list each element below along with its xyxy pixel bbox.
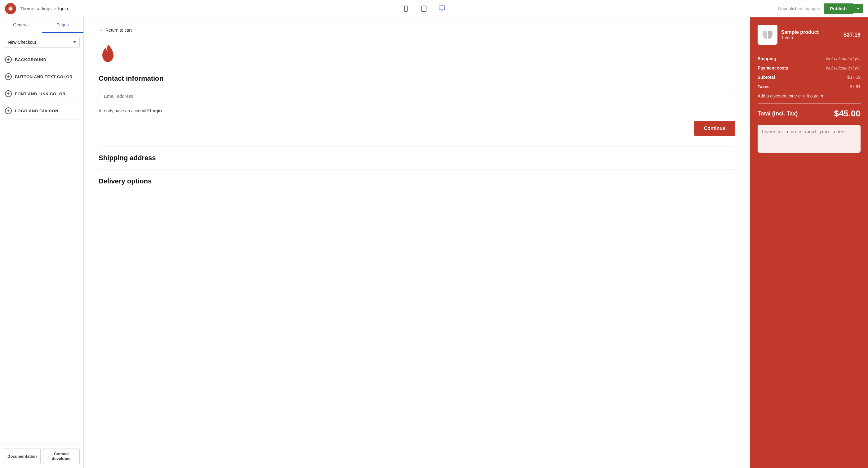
- order-divider-1: [757, 51, 861, 51]
- subtotal-label: Subtotal: [757, 75, 775, 80]
- discount-chevron-icon: ▼: [820, 93, 824, 98]
- taxes-value: $7.81: [850, 84, 861, 89]
- section-logo-favicon-label: LOGO AND FAVICON: [15, 109, 58, 113]
- order-note-wrap: [757, 125, 861, 154]
- item-count: 1 item: [781, 35, 840, 40]
- payment-value: Not calculated yet: [826, 65, 861, 70]
- documentation-button[interactable]: Documentation: [4, 448, 41, 464]
- return-to-cart-link[interactable]: ← Return to cart: [99, 27, 735, 33]
- shipping-value: Not calculated yet: [826, 56, 861, 61]
- tab-pages[interactable]: Pages: [42, 18, 84, 33]
- order-summary-panel: Sample product 1 item $37.19 Shipping No…: [750, 18, 868, 468]
- shipping-address-title: Shipping address: [99, 154, 735, 162]
- publish-dropdown-button[interactable]: ▼: [853, 4, 863, 13]
- payment-line: Payment costs Not calculated yet: [757, 65, 861, 70]
- continue-button[interactable]: Continue: [694, 121, 735, 136]
- section-font-link-label: FONT AND LINK COLOR: [15, 92, 66, 96]
- unpublished-status: Unpublished changes: [778, 6, 820, 11]
- main-layout: General Pages New Checkout + BACKGROUND …: [0, 18, 868, 468]
- product-price: $37.19: [843, 32, 861, 38]
- svg-rect-8: [763, 31, 767, 37]
- breadcrumb-sep: >: [54, 6, 56, 11]
- sidebar-tabs: General Pages: [0, 18, 84, 33]
- section-button-text-color[interactable]: + BUTTON AND TEXT COLOR: [0, 68, 84, 85]
- tablet-device-btn[interactable]: [418, 3, 429, 14]
- brand-flame-icon: [99, 43, 117, 64]
- account-text: Already have an account? Login.: [99, 108, 735, 113]
- section-background-label: BACKGROUND: [15, 57, 46, 62]
- total-row: Total (incl. Tax) $45.00: [757, 109, 861, 119]
- page-selector: New Checkout: [4, 37, 80, 48]
- total-price: $45.00: [834, 109, 861, 119]
- desktop-device-btn[interactable]: [437, 3, 447, 14]
- delivery-options-title: Delivery options: [99, 177, 735, 185]
- checkout-preview: ← Return to cart Contact information Alr…: [84, 18, 868, 468]
- device-switcher: [69, 3, 778, 14]
- section-divider-3: [99, 193, 735, 193]
- product-name: Sample product: [781, 29, 840, 35]
- tab-general[interactable]: General: [0, 18, 42, 33]
- email-input-wrap: [99, 89, 735, 104]
- subtotal-line: Subtotal $37.19: [757, 75, 861, 80]
- section-expand-icon: +: [5, 107, 12, 114]
- section-font-link-color[interactable]: + FONT AND LINK COLOR: [0, 85, 84, 103]
- taxes-line: Taxes $7.81: [757, 84, 861, 89]
- breadcrumb: Theme settings > Ignite: [20, 6, 69, 11]
- section-expand-icon: +: [5, 56, 12, 63]
- discount-row[interactable]: Add a discount code or gift card ▼: [757, 93, 861, 98]
- section-expand-icon: +: [5, 90, 12, 97]
- checkout-form-panel: ← Return to cart Contact information Alr…: [84, 18, 750, 468]
- section-logo-favicon[interactable]: + LOGO AND FAVICON: [0, 103, 84, 119]
- product-thumbnail: [757, 25, 777, 45]
- section-expand-icon: +: [5, 73, 12, 80]
- section-button-text-label: BUTTON AND TEXT COLOR: [15, 75, 72, 79]
- brand-logo: [99, 43, 735, 66]
- order-note-input[interactable]: [757, 125, 861, 153]
- publish-button[interactable]: Publish: [824, 3, 853, 13]
- theme-settings-link[interactable]: Theme settings: [20, 6, 52, 11]
- login-link[interactable]: Login: [150, 108, 162, 113]
- header-right: Unpublished changes Publish ▼: [778, 3, 863, 13]
- theme-name: Ignite: [58, 6, 69, 11]
- taxes-label: Taxes: [757, 84, 770, 89]
- discount-label: Add a discount code or gift card: [757, 93, 819, 98]
- page-dropdown[interactable]: New Checkout: [4, 37, 80, 48]
- contact-info-title: Contact information: [99, 75, 735, 83]
- email-input[interactable]: [99, 89, 735, 104]
- svg-rect-10: [765, 37, 767, 38]
- payment-label: Payment costs: [757, 65, 788, 70]
- sidebar: General Pages New Checkout + BACKGROUND …: [0, 18, 84, 468]
- continue-wrap: Continue: [99, 121, 735, 136]
- svg-rect-9: [768, 31, 773, 37]
- app-logo: [5, 3, 16, 14]
- sidebar-footer: Documentation Contact developer: [0, 444, 84, 468]
- back-arrow-icon: ←: [99, 27, 103, 33]
- product-info: Sample product 1 item: [781, 29, 840, 40]
- top-header: Theme settings > Ignite Unpublished chan…: [0, 0, 868, 18]
- back-link-text: Return to cart: [105, 28, 132, 33]
- subtotal-value: $37.19: [847, 75, 861, 80]
- contact-developer-button[interactable]: Contact developer: [43, 448, 80, 464]
- shipping-label: Shipping: [757, 56, 776, 61]
- publish-btn-group: Publish ▼: [824, 3, 863, 13]
- svg-rect-5: [439, 6, 444, 10]
- sidebar-sections: + BACKGROUND + BUTTON AND TEXT COLOR + F…: [0, 51, 84, 444]
- mobile-device-btn[interactable]: [401, 3, 411, 14]
- product-row: Sample product 1 item $37.19: [757, 25, 861, 45]
- logo-area: [5, 3, 16, 14]
- total-label: Total (incl. Tax): [757, 111, 798, 117]
- svg-rect-11: [768, 37, 771, 38]
- section-background[interactable]: + BACKGROUND: [0, 51, 84, 68]
- shipping-line: Shipping Not calculated yet: [757, 56, 861, 61]
- preview-area: ← Return to cart Contact information Alr…: [84, 18, 868, 468]
